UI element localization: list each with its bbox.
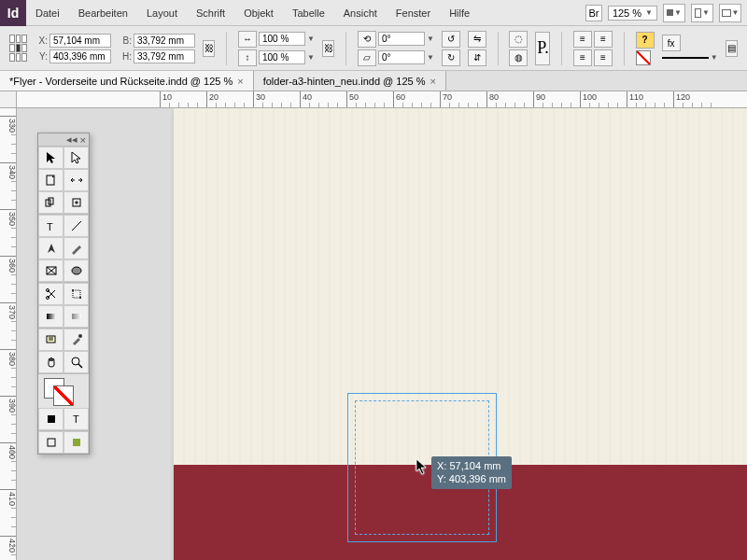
svg-point-21 xyxy=(72,357,79,365)
horizontal-ruler[interactable]: 102030405060708090100110120 xyxy=(17,91,747,108)
x-input[interactable] xyxy=(49,34,111,48)
flip-h-icon[interactable]: ⇋ xyxy=(468,31,486,48)
scale-x-icon: ↔ xyxy=(238,31,257,48)
direct-selection-tool[interactable] xyxy=(63,147,89,169)
menu-tabelle[interactable]: Tabelle xyxy=(283,0,334,26)
scale-y-input[interactable] xyxy=(259,50,305,64)
canvas[interactable]: X: 57,104 mm Y: 403,396 mm ◂◂× T xyxy=(17,108,747,560)
content-placer-tool[interactable] xyxy=(63,191,89,214)
selection-tool[interactable] xyxy=(38,147,63,169)
apply-color-icon[interactable] xyxy=(38,408,63,430)
tab-flyer[interactable]: *Flyer - Vorderseite und Rückseite.indd … xyxy=(0,71,254,91)
reference-point[interactable] xyxy=(9,35,27,63)
panel-menu-icon[interactable]: ▤ xyxy=(726,40,738,57)
rotate-cw-icon[interactable]: ↻ xyxy=(442,49,460,66)
close-icon[interactable]: × xyxy=(237,76,243,87)
menu-datei[interactable]: Datei xyxy=(26,0,69,26)
flip-v-icon[interactable]: ⇵ xyxy=(468,49,486,66)
menu-schrift[interactable]: Schrift xyxy=(187,0,234,26)
zoom-level[interactable]: 125 %▼ xyxy=(608,6,657,21)
line-tool[interactable] xyxy=(63,215,89,237)
screen-mode-button[interactable]: ▼ xyxy=(663,4,685,22)
normal-view-icon[interactable] xyxy=(38,431,63,454)
y-input[interactable] xyxy=(49,49,111,63)
arrange-button[interactable]: ▼ xyxy=(691,4,713,22)
close-icon[interactable]: × xyxy=(430,76,436,87)
x-label: X: xyxy=(35,35,48,46)
shear-icon: ▱ xyxy=(358,49,376,66)
paragraph-style-icon[interactable]: P. xyxy=(535,32,550,65)
svg-rect-26 xyxy=(73,439,80,446)
free-transform-tool[interactable] xyxy=(63,283,89,305)
gap-tool[interactable] xyxy=(63,169,89,191)
align-icon-4[interactable]: ≡ xyxy=(594,49,613,66)
menu-fenster[interactable]: Fenster xyxy=(387,0,440,26)
workspace-button[interactable]: ▼ xyxy=(719,4,741,22)
scissors-tool[interactable] xyxy=(38,283,63,305)
hand-tool[interactable] xyxy=(38,351,63,373)
help-icon[interactable]: ? xyxy=(636,32,655,49)
bridge-button[interactable]: Br xyxy=(585,5,602,21)
preview-view-icon[interactable] xyxy=(63,431,89,454)
constrain-scale-icon[interactable]: ⛓ xyxy=(322,40,334,57)
close-icon[interactable]: × xyxy=(80,134,86,146)
fill-stroke-swatch[interactable] xyxy=(38,374,89,408)
apply-text-icon[interactable]: T xyxy=(63,408,89,430)
h-input[interactable] xyxy=(134,49,195,63)
tab-folder[interactable]: folder-a3-hinten_neu.indd @ 125 %× xyxy=(254,71,446,91)
rectangle-frame-tool[interactable] xyxy=(38,259,63,282)
pen-tool[interactable] xyxy=(38,237,63,259)
shear-input[interactable] xyxy=(378,50,425,64)
y-label: Y: xyxy=(35,51,48,62)
position-tooltip: X: 57,104 mm Y: 403,396 mm xyxy=(431,456,512,489)
align-icon-3[interactable]: ≡ xyxy=(573,49,592,66)
toolbox-header[interactable]: ◂◂× xyxy=(38,133,89,147)
vertical-ruler[interactable]: 330340350360370380390400410420430 xyxy=(0,108,17,560)
svg-text:T: T xyxy=(73,413,79,425)
h-label: H: xyxy=(119,51,132,62)
svg-rect-25 xyxy=(48,439,55,446)
content-collector-tool[interactable] xyxy=(38,191,63,214)
w-input[interactable] xyxy=(134,34,195,48)
stroke-preview[interactable] xyxy=(662,57,709,59)
svg-point-14 xyxy=(79,297,81,299)
svg-rect-12 xyxy=(73,290,80,298)
align-icon-2[interactable]: ≡ xyxy=(594,31,613,48)
fill-none-icon[interactable] xyxy=(636,50,651,65)
menu-layout[interactable]: Layout xyxy=(137,0,187,26)
gradient-feather-tool[interactable] xyxy=(63,305,89,328)
eyedropper-tool[interactable] xyxy=(63,329,89,351)
select-content-icon[interactable]: ◍ xyxy=(509,49,528,66)
ruler-origin[interactable] xyxy=(0,91,17,108)
menu-bearbeiten[interactable]: Bearbeiten xyxy=(69,0,137,26)
svg-point-13 xyxy=(72,289,74,291)
gradient-swatch-tool[interactable] xyxy=(38,305,63,328)
align-icon-1[interactable]: ≡ xyxy=(573,31,592,48)
type-tool[interactable]: T xyxy=(38,215,63,237)
svg-line-5 xyxy=(72,221,81,231)
menu-hilfe[interactable]: Hilfe xyxy=(440,0,479,26)
rotate-input[interactable] xyxy=(378,32,425,46)
page-tool[interactable] xyxy=(38,169,63,191)
select-container-icon[interactable]: ◌ xyxy=(509,31,528,48)
rotate-ccw-icon[interactable]: ↺ xyxy=(442,31,460,48)
scale-x-input[interactable] xyxy=(259,32,305,46)
scale-y-icon: ↕ xyxy=(238,49,257,66)
stroke-swatch[interactable] xyxy=(53,385,74,406)
effects-icon[interactable]: fx xyxy=(662,35,681,51)
svg-point-9 xyxy=(72,267,81,274)
svg-text:T: T xyxy=(47,221,53,232)
pencil-tool[interactable] xyxy=(63,237,89,259)
constrain-wh-icon[interactable]: ⛓ xyxy=(203,40,215,57)
menu-objekt[interactable]: Objekt xyxy=(234,0,283,26)
svg-rect-15 xyxy=(47,314,56,319)
svg-rect-16 xyxy=(72,314,81,319)
chevron-down-icon: ▼ xyxy=(645,8,653,17)
note-tool[interactable] xyxy=(38,329,63,351)
toolbox[interactable]: ◂◂× T xyxy=(37,133,90,455)
ellipse-tool[interactable] xyxy=(63,259,89,282)
app-icon: Id xyxy=(0,0,26,26)
menu-ansicht[interactable]: Ansicht xyxy=(334,0,387,26)
svg-rect-23 xyxy=(48,415,55,423)
zoom-tool[interactable] xyxy=(63,351,89,373)
